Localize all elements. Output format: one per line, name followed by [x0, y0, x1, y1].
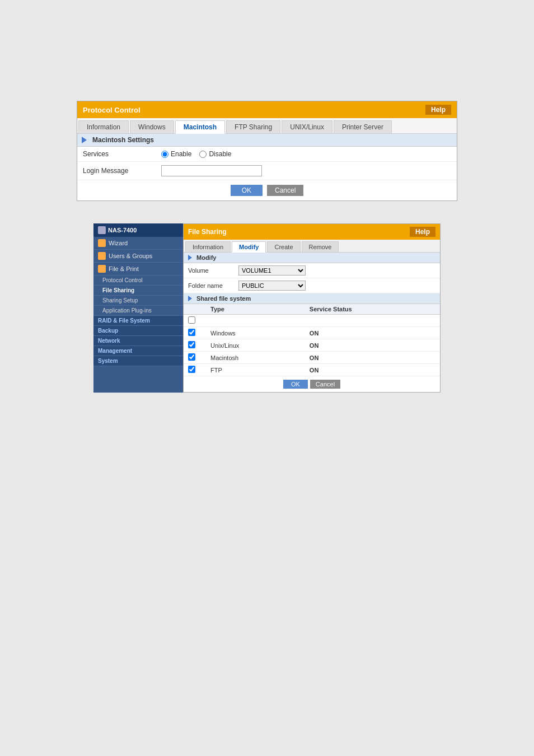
protocol-cancel-button[interactable]: Cancel [267, 185, 303, 196]
protocol-control-panel: Protocol Control Help Information Window… [77, 101, 457, 201]
shared-fs-header: Shared file system [184, 293, 440, 304]
row0-status [305, 315, 440, 327]
sidebar-item-wizard[interactable]: Wizard [93, 237, 183, 250]
table-row [184, 315, 440, 327]
fs-tabs: Information Modify Create Remove [184, 240, 440, 253]
volume-label: Volume [188, 267, 238, 274]
table-row: FTP ON [184, 364, 440, 376]
fs-panel-title: File Sharing [188, 228, 227, 236]
help-button[interactable]: Help [425, 105, 451, 115]
row1-status: ON [305, 327, 440, 339]
col-service-status: Service Status [305, 304, 440, 315]
arrow-icon [82, 137, 87, 143]
sidebar-section-management[interactable]: Management [93, 346, 183, 356]
enable-radio-label[interactable]: Enable [161, 150, 191, 158]
protocol-button-row: OK Cancel [77, 180, 457, 200]
protocol-tabs: Information Windows Macintosh FTP Sharin… [77, 118, 457, 134]
tab-macintosh[interactable]: Macintosh [175, 120, 225, 134]
fs-help-button[interactable]: Help [410, 227, 435, 237]
volume-select[interactable]: VOLUME1 [238, 265, 306, 276]
tab-printer-server[interactable]: Printer Server [334, 120, 392, 133]
protocol-ok-button[interactable]: OK [231, 185, 263, 196]
file-sharing-wrapper: NAS-7400 Wizard Users & Groups File & Pr… [93, 223, 441, 393]
row4-checkbox[interactable] [188, 366, 195, 373]
disable-radio[interactable] [199, 151, 207, 158]
fs-panel-header: File Sharing Help [184, 224, 440, 240]
tab-unix-linux[interactable]: UNIX/Linux [282, 120, 332, 133]
sidebar-section-backup[interactable]: Backup [93, 326, 183, 336]
file-print-icon [98, 265, 106, 273]
folder-select[interactable]: PUBLIC [238, 281, 306, 291]
col-checkbox [184, 304, 206, 315]
panel-title: Protocol Control [83, 106, 140, 114]
fs-cancel-button[interactable]: Cancel [310, 380, 340, 389]
row2-checkbox[interactable] [188, 341, 195, 348]
panel-header: Protocol Control Help [77, 101, 457, 118]
sidebar-subitem-protocol-control[interactable]: Protocol Control [93, 276, 183, 286]
macintosh-settings-header: Macintosh Settings [77, 134, 457, 147]
fs-ok-button[interactable]: OK [283, 380, 308, 389]
row1-type: Windows [206, 327, 305, 339]
fs-tab-create[interactable]: Create [267, 241, 300, 252]
table-row: Unix/Linux ON [184, 339, 440, 352]
modify-section-header: Modify [184, 253, 440, 263]
file-sharing-panel: File Sharing Help Information Modify Cre… [183, 223, 441, 393]
tab-information[interactable]: Information [78, 120, 129, 133]
folder-name-label: Folder name [188, 282, 238, 289]
login-message-label: Login Message [83, 167, 161, 175]
sidebar-subitem-app-plugins[interactable]: Application Plug-ins [93, 306, 183, 316]
row0-checkbox[interactable] [188, 316, 195, 324]
sidebar: NAS-7400 Wizard Users & Groups File & Pr… [93, 223, 183, 393]
tab-windows[interactable]: Windows [130, 120, 174, 133]
modify-arrow-icon [188, 255, 192, 260]
sidebar-subitem-file-sharing[interactable]: File Sharing [93, 286, 183, 296]
folder-name-row: Folder name PUBLIC [184, 278, 440, 293]
volume-row: Volume VOLUME1 [184, 263, 440, 278]
login-message-row: Login Message [77, 162, 457, 180]
col-type: Type [206, 304, 305, 315]
sidebar-title: NAS-7400 [93, 223, 183, 237]
sidebar-item-users-groups[interactable]: Users & Groups [93, 250, 183, 263]
fs-tab-modify[interactable]: Modify [232, 241, 266, 253]
disable-radio-label[interactable]: Disable [199, 150, 231, 158]
shared-fs-arrow-icon [188, 296, 192, 301]
enable-radio[interactable] [161, 151, 168, 158]
row2-type: Unix/Linux [206, 339, 305, 352]
row3-type: Macintosh [206, 352, 305, 364]
row2-status: ON [305, 339, 440, 352]
sidebar-subitem-sharing-setup[interactable]: Sharing Setup [93, 296, 183, 306]
services-controls: Enable Disable [161, 150, 231, 158]
nas-icon [98, 226, 106, 234]
users-groups-icon [98, 252, 106, 260]
table-row: Macintosh ON [184, 352, 440, 364]
sidebar-section-raid[interactable]: RAID & File System [93, 316, 183, 326]
row0-type [206, 315, 305, 327]
shared-fs-table: Type Service Status Windows ON [184, 304, 440, 376]
sidebar-section-network[interactable]: Network [93, 336, 183, 346]
row3-status: ON [305, 352, 440, 364]
row4-type: FTP [206, 364, 305, 376]
fs-button-row: OK Cancel [184, 376, 440, 392]
sidebar-section-system[interactable]: System [93, 356, 183, 366]
fs-tab-information[interactable]: Information [185, 241, 231, 252]
row3-checkbox[interactable] [188, 353, 195, 361]
row1-checkbox[interactable] [188, 329, 195, 336]
tab-ftp-sharing[interactable]: FTP Sharing [226, 120, 280, 133]
row4-status: ON [305, 364, 440, 376]
services-row: Services Enable Disable [77, 147, 457, 162]
services-label: Services [83, 150, 161, 158]
fs-tab-remove[interactable]: Remove [302, 241, 339, 252]
wizard-icon [98, 239, 106, 247]
table-row: Windows ON [184, 327, 440, 339]
sidebar-item-file-print[interactable]: File & Print [93, 263, 183, 276]
login-message-input[interactable] [161, 165, 262, 176]
